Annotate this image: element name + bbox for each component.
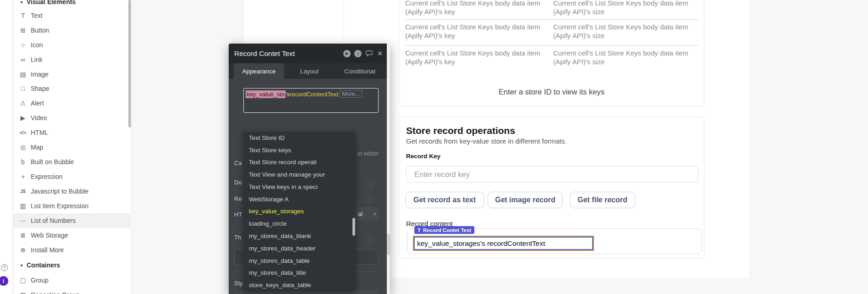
get-file-record-button[interactable]: Get file record — [570, 192, 635, 208]
property-editor-header[interactable]: Record Contet Text ▶ i × — [229, 44, 390, 63]
plus-circle-icon: ⊕ — [18, 243, 27, 257]
size-cell: Current cell's List Store Keys body data… — [553, 22, 700, 40]
page-edge-line — [344, 0, 344, 44]
size-cell: Current cell's List Store Keys body data… — [553, 0, 700, 16]
key-cell: Current cell's List Store Keys body data… — [405, 49, 552, 66]
text-icon: T — [18, 8, 27, 23]
sidebar-item-alert[interactable]: ⚠ Alert — [13, 96, 131, 111]
plus-icon: + — [18, 169, 27, 184]
tab-appearance[interactable]: Appearance — [234, 63, 284, 79]
code-icon: </> — [18, 125, 27, 140]
record-key-label: Record Key — [406, 153, 440, 160]
sidebar-item-list-item-expression[interactable]: ▥ List Item Expression — [13, 199, 131, 213]
sidebar-item-icon[interactable]: ☆ Icon — [13, 38, 131, 52]
bubble-icon: b — [18, 155, 27, 169]
link-icon: ∞ — [18, 52, 27, 67]
sidebar-item-group[interactable]: ▢ Group — [13, 273, 131, 288]
map-pin-icon: ◎ — [18, 140, 27, 155]
cutoff-label: Ca — [234, 160, 242, 166]
dropdown-option[interactable]: Text Store ID — [243, 132, 356, 144]
tab-layout[interactable]: Layout — [284, 63, 335, 79]
dropdown-option[interactable]: my_stores_data_table — [243, 255, 356, 267]
sidebar-item-repeating-group[interactable]: ▦ Repeating Group — [13, 288, 131, 294]
dropdown-option[interactable]: my_stores_data_title — [243, 266, 356, 279]
image-icon: ▤ — [18, 67, 27, 82]
sidebar-item-link[interactable]: ∞ Link — [13, 52, 131, 67]
star-icon: ☆ — [18, 38, 27, 52]
sidebar-item-built-on-bubble[interactable]: b Built on Bubble — [13, 155, 131, 169]
dropdown-option[interactable]: my_stores_data_blank — [243, 230, 356, 242]
property-editor-panel: Record Contet Text ▶ i × Appearance Layo… — [229, 44, 390, 294]
sidebar-item-map[interactable]: ◎ Map — [13, 140, 131, 155]
key-cell: Current cell's List Store Keys body data… — [405, 0, 552, 16]
selected-element-badge: T Record Contet Text — [414, 226, 474, 234]
dropdown-scrollbar[interactable] — [352, 218, 355, 236]
selected-element-name: Record Contet Text — [423, 227, 471, 233]
shape-icon: □ — [18, 81, 27, 96]
text-element-icon: T — [418, 227, 421, 233]
chevron-down-icon: ▾ — [374, 211, 376, 216]
video-icon: ▶ — [18, 111, 27, 125]
cutoff-label: Do — [234, 179, 242, 186]
row-divider — [405, 45, 699, 46]
dropdown-option[interactable]: store_keys_data_table — [243, 279, 356, 291]
store-id-hint: Enter a store ID to view its keys — [399, 88, 704, 96]
checkbox[interactable] — [366, 236, 374, 244]
panel-scrollbar-thumb[interactable] — [387, 234, 390, 255]
preview-play-icon[interactable]: ▶ — [343, 50, 351, 57]
sidebar-item-video[interactable]: ▶ Video — [13, 111, 131, 125]
selected-text-element[interactable]: key_value_storages's recordContentText — [413, 236, 594, 251]
repeating-group-icon: ▦ — [18, 288, 27, 294]
more-token[interactable]: More... — [340, 90, 362, 98]
dropdown-option[interactable]: Text View and manage your — [243, 168, 356, 181]
sidebar-item-web-storage[interactable]: ≣ Web Storage — [13, 228, 131, 243]
dropdown-option[interactable]: WebStorage A — [243, 193, 356, 205]
dropdown-option[interactable]: my_stores_data_header — [243, 242, 356, 255]
card-subtitle: Get records from key-value store in diff… — [406, 137, 567, 145]
dropdown-option[interactable]: Text View keys in a speci — [243, 181, 356, 193]
cutoff-label: Re — [234, 195, 242, 202]
size-cell: Current cell's List Store Keys body data… — [553, 49, 700, 66]
rich-text-editor-link[interactable]: xt editor — [357, 150, 379, 157]
get-record-as-text-button[interactable]: Get record as text — [405, 192, 484, 208]
get-image-record-button[interactable]: Get image record — [488, 192, 563, 208]
section-label: Visual Elements — [27, 0, 76, 9]
sidebar-item-expression[interactable]: + Expression — [13, 169, 131, 184]
sidebar-scrollbar[interactable] — [128, 0, 131, 128]
appearance-tab-body: key_value_sto 's recordContentText More.… — [229, 79, 390, 294]
expression-tokens[interactable]: key_value_sto 's recordContentText More.… — [246, 90, 362, 98]
truncated-dropdown[interactable]: al ▾ — [356, 207, 379, 221]
selected-expression-token[interactable]: key_value_sto — [246, 90, 286, 98]
property-editor-tabs: Appearance Layout Conditional — [229, 63, 390, 79]
element-palette-sidebar: ▾ Visual Elements T Text ⊞ Button ☆ Icon… — [0, 0, 131, 294]
sidebar-item-javascript-to-bubble[interactable]: JS Javascript to Bubble — [13, 184, 131, 199]
field-token[interactable]: recordContentText — [290, 91, 338, 98]
sidebar-item-list-of-numbers[interactable]: ⋯ List of Numbers — [13, 213, 131, 228]
sidebar-item-install-more[interactable]: ⊕ Install More — [13, 243, 131, 257]
dropdown-option-highlighted[interactable]: key_value_storages — [243, 205, 356, 218]
expression-autocomplete-dropdown: Text Store ID Text Store keys Text Store… — [243, 132, 356, 291]
record-key-input[interactable] — [406, 166, 698, 183]
card-title: Store record operations — [406, 125, 515, 136]
comment-icon[interactable] — [365, 50, 373, 57]
sidebar-item-html[interactable]: </> HTML — [13, 125, 131, 140]
sidebar-item-shape[interactable]: □ Shape — [13, 81, 131, 96]
bubble-editor-window: Current cell's List Store Keys body data… — [0, 0, 868, 294]
section-visual-elements[interactable]: ▾ Visual Elements — [13, 0, 131, 9]
dropdown-option[interactable]: Text Store record operati — [243, 156, 356, 169]
sidebar-item-image[interactable]: ▤ Image — [13, 67, 131, 82]
checkbox[interactable] — [366, 181, 374, 189]
tab-conditional[interactable]: Conditional — [335, 63, 385, 79]
info-icon[interactable]: i — [354, 50, 362, 57]
checkbox[interactable] — [366, 196, 374, 204]
collapse-caret-icon: ▾ — [17, 0, 26, 9]
dropdown-option[interactable]: loading_circle — [243, 217, 356, 230]
help-icon[interactable]: ? — [1, 264, 8, 271]
panel-scrollbar-track[interactable] — [387, 44, 390, 294]
sidebar-item-text[interactable]: T Text — [13, 8, 131, 23]
section-containers[interactable]: ▾ Containers — [13, 258, 131, 272]
close-icon[interactable]: × — [376, 50, 384, 57]
row-divider — [405, 19, 699, 20]
sidebar-item-button[interactable]: ⊞ Button — [13, 23, 131, 38]
dropdown-option[interactable]: Text Store keys — [243, 144, 356, 156]
